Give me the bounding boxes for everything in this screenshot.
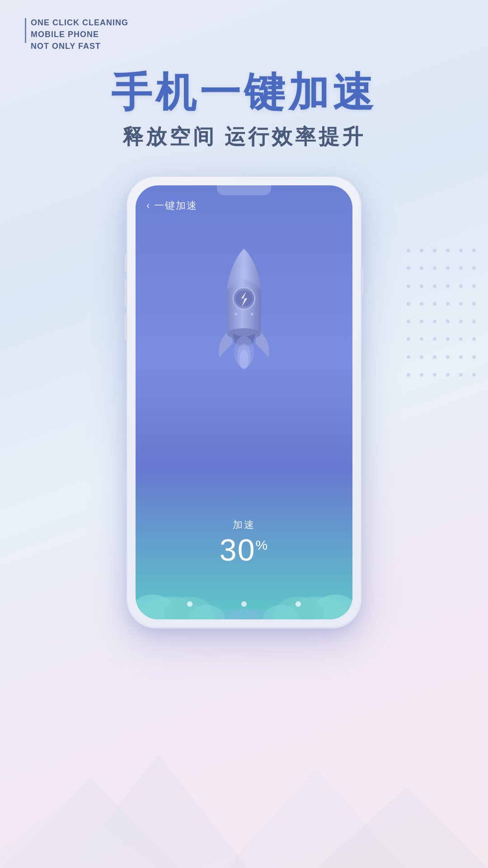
svg-point-14 xyxy=(251,313,253,316)
phone-vol-up-button xyxy=(125,279,127,306)
svg-point-12 xyxy=(239,349,249,369)
bg-decoration-dots-right xyxy=(407,249,479,384)
progress-label: 加速 xyxy=(136,518,352,532)
phone-screen: ‹ 一键加速 xyxy=(136,185,352,619)
phone-vol-down-button xyxy=(125,313,127,340)
logo-line2: MOBILE PHONE xyxy=(31,29,128,40)
svg-point-13 xyxy=(235,313,237,316)
screen-title: 一键加速 xyxy=(154,199,197,212)
clouds-area xyxy=(136,547,352,619)
phone-power-button xyxy=(361,268,363,295)
phone-notch xyxy=(217,185,271,195)
phone-dot-right xyxy=(296,601,301,607)
logo-text: ONE CLICK CLEANING MOBILE PHONE NOT ONLY… xyxy=(31,17,128,52)
headline-sub: 释放空间 运行效率提升 xyxy=(0,123,488,151)
rocket-area xyxy=(199,240,289,411)
rocket-icon xyxy=(203,240,285,384)
phone-dot-left xyxy=(187,601,192,607)
phone-outer-shell: ‹ 一键加速 xyxy=(127,176,361,628)
logo-area: ONE CLICK CLEANING MOBILE PHONE NOT ONLY… xyxy=(25,17,128,52)
logo-line3: NOT ONLY FAST xyxy=(31,41,128,52)
back-arrow-icon[interactable]: ‹ xyxy=(146,200,150,212)
phone-dot-center xyxy=(241,601,247,607)
clouds-svg xyxy=(136,547,352,619)
bg-decoration-triangles xyxy=(0,687,488,868)
logo-bar xyxy=(25,18,26,43)
phone-mockup: ‹ 一键加速 xyxy=(127,176,361,628)
phone-mute-button xyxy=(125,254,127,272)
logo-line1: ONE CLICK CLEANING xyxy=(31,17,128,28)
headline-area: 手机一键加速 释放空间 运行效率提升 xyxy=(0,70,488,151)
screen-header: ‹ 一键加速 xyxy=(146,199,197,212)
phone-nav-dots xyxy=(136,601,352,607)
headline-main: 手机一键加速 xyxy=(0,70,488,115)
